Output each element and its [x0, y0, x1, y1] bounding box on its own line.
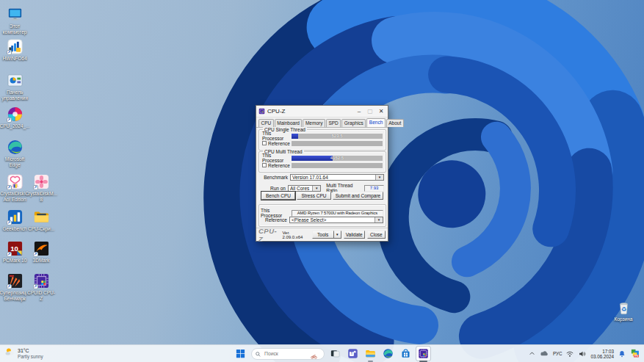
run-on-label: Run on: [259, 186, 288, 191]
cpuz-window: CPU-Z – ▢ ✕ CPUMainboardMemorySPDGraphic…: [256, 105, 388, 242]
cpuz-app-icon: [258, 108, 265, 115]
multi-thread-score: 4152.5: [292, 156, 383, 161]
explorer-icon: [365, 348, 376, 359]
benchmark-label: Benchmark: [259, 175, 290, 180]
desktop-icon[interactable]: CPU-Скри...: [27, 209, 55, 232]
weather-widget[interactable]: 31°C Partly sunny: [4, 347, 43, 361]
partly-sunny-icon: [4, 347, 15, 361]
single-reference-checkbox[interactable]: [262, 141, 267, 145]
desktop-icon-label: Microsoft Edge: [5, 156, 24, 167]
recycle-bin-icon: ♻: [615, 299, 632, 316]
desktop-icon-label: Панель управления: [1, 90, 27, 101]
tray-chevron-up-icon[interactable]: [528, 350, 536, 358]
taskbar-app[interactable]: [399, 347, 413, 361]
run-on-value: All Cores: [289, 186, 312, 191]
swirl-image-icon: [7, 106, 23, 123]
desktop-icon-label: 3DMark: [33, 258, 50, 264]
this-pc-icon: [7, 6, 23, 23]
tab[interactable]: About: [386, 119, 404, 127]
desktop-icon-label: CPU-Скри...: [28, 226, 54, 232]
folder-icon: [33, 209, 50, 225]
wifi-icon[interactable]: [565, 350, 574, 358]
cpuz-titlebar[interactable]: CPU-Z – ▢ ✕: [256, 106, 388, 117]
multi-thread-score-bar: 4152.5: [292, 156, 383, 161]
desktop-icon-label: Корзина: [615, 316, 633, 322]
volume-icon[interactable]: [578, 350, 587, 358]
this-processor-label: This Processor: [262, 131, 292, 141]
tools-button[interactable]: Tools: [312, 231, 334, 239]
taskbar-app[interactable]: T: [346, 347, 360, 361]
single-thread-group: CPU Single Thread This Processor 523.5 R…: [258, 129, 386, 151]
control-panel-icon: [7, 72, 23, 89]
single-reference-bar: [292, 141, 383, 146]
desktop-icon[interactable]: 3DMark: [27, 240, 55, 264]
desktop-icon[interactable]: ♻ Корзина: [609, 299, 637, 322]
run-on-select[interactable]: All Cores ▼: [288, 185, 321, 192]
stress-cpu-button[interactable]: Stress CPU: [297, 192, 331, 200]
desktop-icon-label: Geekbench: [2, 226, 26, 232]
weather-condition: Partly sunny: [18, 354, 43, 359]
desktop-icon-label: CPUID CPU-Z: [27, 290, 55, 301]
language-indicator[interactable]: РУС: [553, 351, 562, 356]
threedmark-icon: [33, 240, 50, 257]
desktop-icon[interactable]: CPUID CPU-Z: [27, 272, 55, 301]
close-button[interactable]: ✕: [377, 106, 386, 117]
svg-text:♻: ♻: [621, 306, 626, 313]
bench-panel: CPU Single Thread This Processor 523.5 R…: [256, 126, 388, 241]
taskbar-app[interactable]: [381, 347, 395, 361]
desktop-icon[interactable]: Microsoft Edge: [1, 139, 29, 167]
edge-icon: [383, 348, 394, 359]
version-text: Ver. 2.09.0.x64: [282, 231, 309, 239]
bicycle-graphic-icon: [311, 350, 321, 358]
taskbar-app[interactable]: [328, 347, 342, 361]
search-input[interactable]: [263, 350, 300, 357]
reference-label: Reference: [268, 163, 290, 168]
desktop-icon-label: HWiNFO64: [2, 56, 26, 62]
fps-monitor-tray-icon[interactable]: FPS: [630, 348, 641, 359]
tools-dropdown-arrow[interactable]: ▼: [334, 231, 341, 239]
submit-and-compare-button[interactable]: Submit and Compare: [333, 192, 383, 200]
svg-text:FPS: FPS: [634, 355, 639, 358]
hwinfo-icon: [7, 38, 23, 55]
teams-icon: T: [347, 348, 358, 359]
maximize-button[interactable]: ▢: [366, 106, 375, 117]
desktop-icon[interactable]: CPU_2024_...: [1, 106, 29, 129]
window-footer: CPU-Z Ver. 2.09.0.x64 Tools ▼ Validate C…: [256, 228, 388, 241]
cpuz-logo: CPU-Z: [258, 227, 280, 243]
svg-text:T: T: [351, 352, 353, 355]
cpuz-icon: [418, 348, 429, 359]
taskbar: 31°C Partly sunny T: [0, 344, 644, 362]
search-box[interactable]: [251, 348, 325, 360]
minimize-button[interactable]: –: [355, 106, 363, 117]
close-window-button[interactable]: Close: [367, 231, 386, 239]
notification-bell-icon[interactable]: [618, 350, 626, 358]
desktop-icon[interactable]: Этот компьютер: [1, 6, 29, 35]
taskbar-app[interactable]: [363, 347, 377, 361]
validate-button[interactable]: Validate: [344, 231, 365, 239]
taskbar-app[interactable]: [416, 347, 430, 361]
desktop-icon[interactable]: CrystalDiskM... 8: [27, 173, 55, 202]
clock[interactable]: 17:03 03.06.2024: [590, 349, 614, 359]
chevron-down-icon: ▼: [375, 217, 383, 222]
desktop-icon-label: CPU_2024_...: [0, 123, 29, 129]
chevron-down-icon: ▼: [375, 175, 383, 180]
desktop-icon[interactable]: Суперпозиц... Бенчмарк: [1, 272, 29, 301]
benchmark-version-select[interactable]: Version 17.01.64 ▼: [290, 174, 384, 181]
start-button[interactable]: [234, 347, 247, 361]
this-processor-label: This Processor: [262, 153, 292, 163]
search-icon: [255, 347, 261, 361]
multi-reference-checkbox[interactable]: [262, 163, 267, 167]
desktop-icon[interactable]: 10 PCMark 10: [1, 240, 29, 264]
desktop-icon[interactable]: Панель управления: [1, 72, 29, 101]
desktop-icon-label: Этот компьютер: [3, 23, 27, 35]
cloud-icon[interactable]: [540, 349, 549, 358]
edge-icon: [7, 139, 23, 156]
bench-cpu-button[interactable]: Bench CPU: [261, 192, 295, 200]
desktop-icon[interactable]: HWiNFO64: [1, 38, 29, 62]
desktop-icon[interactable]: Geekbench: [1, 209, 29, 232]
task-view-icon: [330, 348, 341, 359]
reference-select[interactable]: <Please Select> ▼: [289, 217, 383, 223]
processor-name: AMD Ryzen 7 5700U with Radeon Graphics: [292, 210, 383, 217]
svg-text:10: 10: [10, 245, 18, 253]
tab[interactable]: Bench: [366, 118, 385, 127]
